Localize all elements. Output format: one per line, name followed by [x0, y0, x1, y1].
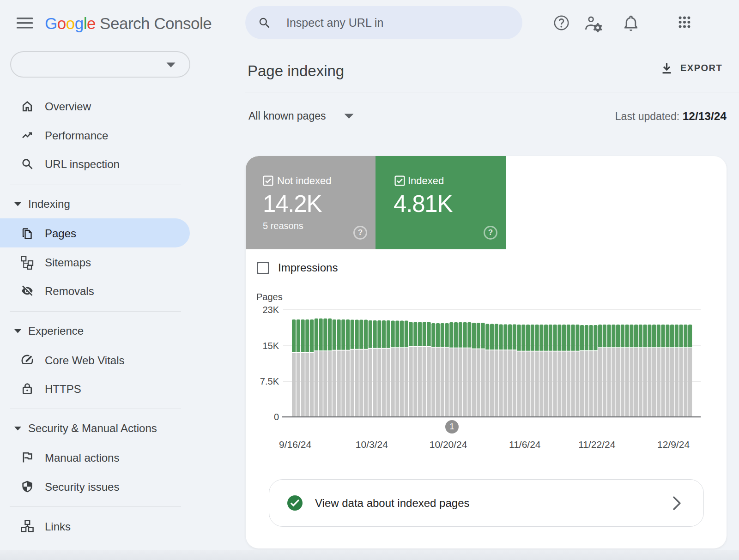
svg-text:9/16/24: 9/16/24: [279, 439, 311, 450]
svg-text:23K: 23K: [262, 305, 279, 315]
svg-text:0: 0: [274, 412, 279, 422]
svg-text:12/9/24: 12/9/24: [657, 439, 690, 450]
svg-text:15K: 15K: [262, 341, 279, 351]
svg-text:10/20/24: 10/20/24: [430, 439, 467, 450]
svg-text:10/3/24: 10/3/24: [356, 439, 388, 450]
svg-text:11/22/24: 11/22/24: [578, 439, 616, 450]
svg-text:7.5K: 7.5K: [260, 376, 279, 386]
svg-text:11/6/24: 11/6/24: [509, 439, 541, 450]
